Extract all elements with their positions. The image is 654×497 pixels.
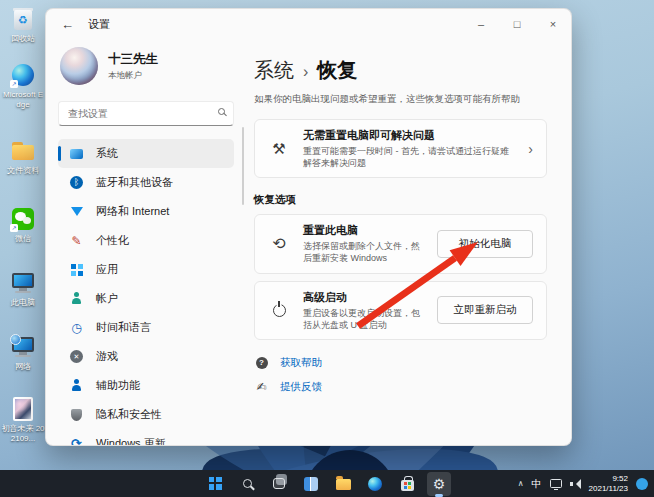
minimize-button[interactable]: – (463, 9, 499, 39)
sidebar-item-network-internet[interactable]: 网络和 Internet (58, 197, 234, 226)
sidebar-item-privacy-security[interactable]: 隐私和安全性 (58, 400, 234, 429)
sidebar-item-label: 隐私和安全性 (96, 407, 162, 422)
accessibility-icon (69, 378, 84, 393)
system-tray: ∧ 中 9:52 2021/11/23 (518, 470, 648, 497)
reset-pc-icon: ⟲ (268, 234, 290, 253)
reset-pc-button[interactable]: 初始化电脑 (437, 230, 533, 258)
sidebar-item-label: Windows 更新 (96, 436, 166, 446)
sidebar-item-accounts[interactable]: 帐户 (58, 284, 234, 313)
feedback-icon: ✍ (254, 380, 269, 394)
desktop-icon-this-pc[interactable]: 此电脑 (1, 270, 45, 308)
edge-icon (368, 477, 382, 491)
breadcrumb-separator-icon: › (303, 63, 308, 81)
wechat-icon: ↗ (10, 206, 36, 232)
tray-date: 2021/11/23 (589, 484, 628, 494)
widgets-button[interactable] (299, 472, 323, 496)
desktop-icon-wechat[interactable]: ↗ 微信 (1, 206, 45, 244)
store-icon (401, 480, 414, 491)
sidebar-item-label: 蓝牙和其他设备 (96, 175, 173, 190)
person-icon (69, 291, 84, 306)
sidebar-item-label: 个性化 (96, 233, 129, 248)
card-description: 重置可能需要一段时间 - 首先，请尝试通过运行疑难解答来解决问题 (303, 145, 515, 169)
volume-tray-icon[interactable] (570, 479, 581, 489)
desktop-icon-recycle-bin[interactable]: ♻ 回收站 (1, 6, 45, 44)
sidebar-item-system[interactable]: 系统 (58, 139, 234, 168)
card-description: 重启设备以更改启动设置，包括从光盘或 U 盘启动 (303, 307, 424, 331)
desktop-icon-label: 微信 (1, 234, 45, 244)
link-label: 获取帮助 (280, 356, 322, 370)
sidebar-item-gaming[interactable]: ✕ 游戏 (58, 342, 234, 371)
wrench-icon: ⚒ (268, 140, 290, 158)
folder-icon (10, 138, 36, 164)
power-icon (268, 304, 290, 317)
desktop-icon-folder[interactable]: 文件资料 (1, 138, 45, 176)
shortcut-arrow-icon: ↗ (10, 224, 18, 232)
card-title: 重置此电脑 (303, 223, 424, 238)
sidebar-item-label: 系统 (96, 146, 118, 161)
search-icon (243, 479, 252, 488)
reset-pc-card: ⟲ 重置此电脑 选择保留或删除个人文件，然后重新安装 Windows 初始化电脑 (254, 214, 547, 273)
fix-problems-card[interactable]: ⚒ 无需重置电脑即可解决问题 重置可能需要一段时间 - 首先，请尝试通过运行疑难… (254, 119, 547, 178)
page-subtitle: 如果你的电脑出现问题或希望重置，这些恢复选项可能有所帮助 (254, 93, 547, 106)
sidebar-item-label: 应用 (96, 262, 118, 277)
this-pc-icon (10, 270, 36, 296)
sidebar-item-label: 网络和 Internet (96, 204, 169, 219)
folder-icon (336, 479, 351, 490)
sidebar-item-accessibility[interactable]: 辅助功能 (58, 371, 234, 400)
card-title: 无需重置电脑即可解决问题 (303, 128, 515, 143)
ime-indicator[interactable]: 中 (532, 477, 542, 491)
sidebar-item-personalization[interactable]: ✎ 个性化 (58, 226, 234, 255)
maximize-button[interactable]: □ (499, 9, 535, 39)
sidebar-scrollbar[interactable] (242, 127, 244, 205)
sidebar-item-bluetooth-devices[interactable]: ᛒ 蓝牙和其他设备 (58, 168, 234, 197)
titlebar: ← 设置 – □ × (46, 9, 571, 39)
clock[interactable]: 9:52 2021/11/23 (589, 474, 628, 494)
shortcut-arrow-icon: ↗ (10, 80, 18, 88)
notification-badge[interactable] (636, 478, 648, 490)
network-tray-icon[interactable] (550, 479, 562, 488)
advanced-startup-card: 高级启动 重启设备以更改启动设置，包括从光盘或 U 盘启动 立即重新启动 (254, 281, 547, 340)
tray-chevron-up-icon[interactable]: ∧ (518, 479, 524, 488)
desktop-icon-image-file[interactable]: 初音未来 202109... (1, 396, 45, 443)
card-title: 高级启动 (303, 290, 424, 305)
account-row[interactable]: 十三先生 本地帐户 (60, 47, 232, 85)
sidebar-item-label: 帐户 (96, 291, 118, 306)
restart-now-button[interactable]: 立即重新启动 (437, 296, 533, 324)
search-input[interactable] (58, 101, 234, 126)
get-help-link[interactable]: ? 获取帮助 (254, 356, 547, 370)
bluetooth-icon: ᛒ (69, 175, 84, 190)
sidebar-item-windows-update[interactable]: ⟳ Windows 更新 (58, 429, 234, 446)
account-type: 本地帐户 (108, 70, 158, 82)
desktop-icon-edge[interactable]: ↗ Microsoft Edge (1, 62, 45, 109)
settings-button[interactable]: ⚙ (427, 472, 451, 496)
give-feedback-link[interactable]: ✍ 提供反馈 (254, 380, 547, 394)
desktop-icon-label: 初音未来 202109... (1, 424, 45, 443)
breadcrumb: 系统 › 恢复 (254, 57, 547, 84)
card-description: 选择保留或删除个人文件，然后重新安装 Windows (303, 240, 424, 264)
widgets-icon (304, 477, 318, 491)
file-explorer-button[interactable] (331, 472, 355, 496)
wifi-icon (69, 204, 84, 219)
taskbar-center: ⚙ (203, 470, 451, 497)
edge-button[interactable] (363, 472, 387, 496)
sidebar-item-time-language[interactable]: ◷ 时间和语言 (58, 313, 234, 342)
xbox-icon: ✕ (69, 349, 84, 364)
window-title: 设置 (88, 17, 110, 32)
image-file-icon (10, 396, 36, 422)
shield-icon (69, 407, 84, 422)
store-button[interactable] (395, 472, 419, 496)
close-button[interactable]: × (535, 9, 571, 39)
start-button[interactable] (203, 472, 227, 496)
task-view-button[interactable] (267, 472, 291, 496)
main-pane: 系统 › 恢复 如果你的电脑出现问题或希望重置，这些恢复选项可能有所帮助 ⚒ 无… (246, 39, 571, 445)
breadcrumb-parent[interactable]: 系统 (254, 57, 294, 84)
sidebar-item-apps[interactable]: 应用 (58, 255, 234, 284)
desktop-icon-network[interactable]: 网络 (1, 334, 45, 372)
taskbar: ⚙ ∧ 中 9:52 2021/11/23 (0, 470, 654, 497)
back-button[interactable]: ← (61, 17, 74, 32)
account-name: 十三先生 (108, 51, 158, 68)
taskbar-search-button[interactable] (235, 472, 259, 496)
footer-links: ? 获取帮助 ✍ 提供反馈 (254, 356, 547, 394)
network-icon (10, 334, 36, 360)
desktop-icon-label: 此电脑 (1, 298, 45, 308)
